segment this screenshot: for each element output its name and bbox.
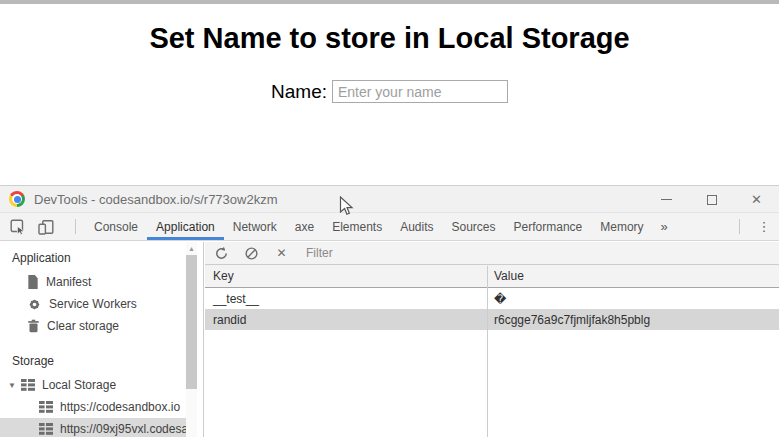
column-divider[interactable] — [487, 266, 488, 437]
maximize-icon — [707, 195, 717, 205]
sidebar-item-label: Manifest — [46, 275, 91, 289]
devtools-window-title: DevTools - codesandbox.io/s/r773ow2kzm — [34, 192, 278, 207]
row-key: __test__ — [205, 288, 487, 309]
row-value: � — [487, 288, 779, 309]
storage-grid-icon — [39, 401, 53, 413]
local-storage-panel: ✕ Key Value __test__ � randid r6cgge76a9… — [205, 242, 779, 437]
sidebar-item-label: Service Workers — [49, 297, 137, 311]
filter-input[interactable] — [306, 246, 526, 260]
mouse-cursor-icon — [339, 196, 354, 217]
close-button[interactable]: ✕ — [734, 186, 779, 213]
name-input[interactable] — [332, 80, 508, 103]
tab-sources[interactable]: Sources — [443, 213, 505, 240]
tab-elements[interactable]: Elements — [323, 213, 391, 240]
expand-triangle-icon[interactable]: ▼ — [8, 381, 18, 390]
minimize-icon — [661, 199, 672, 200]
clear-all-icon[interactable] — [244, 246, 259, 261]
sidebar-scrollbar[interactable]: ▲ — [186, 242, 197, 437]
minimize-button[interactable] — [644, 186, 689, 213]
document-icon — [27, 275, 39, 289]
sidebar-item-origin-codesandbox[interactable]: https://codesandbox.io — [0, 396, 187, 418]
tab-application[interactable]: Application — [147, 213, 224, 240]
page-top-strip — [0, 0, 779, 4]
sidebar-section-application: Application — [12, 251, 187, 265]
gear-icon — [27, 297, 42, 312]
devtools-tabbar: Console Application Network axe Elements… — [0, 213, 779, 241]
table-row[interactable]: __test__ � — [205, 288, 779, 309]
toolbar-separator — [75, 219, 76, 234]
sidebar-item-manifest[interactable]: Manifest — [0, 271, 187, 293]
row-value: r6cgge76a9c7fjmljfak8h5pblg — [487, 309, 779, 330]
sidebar-item-local-storage[interactable]: ▼ Local Storage — [0, 374, 187, 396]
sidebar-item-clear-storage[interactable]: Clear storage — [0, 315, 187, 337]
tab-network[interactable]: Network — [224, 213, 286, 240]
scrollbar-up-arrow-icon[interactable]: ▲ — [186, 242, 197, 254]
application-sidebar: Application Manifest Service Workers — [0, 242, 204, 437]
more-tabs-chevron-icon[interactable]: » — [653, 213, 676, 240]
sidebar-item-label: https://09xj95vxl.codesa — [60, 422, 187, 436]
scrollbar-thumb[interactable] — [186, 255, 197, 389]
tab-performance[interactable]: Performance — [505, 213, 592, 240]
devtools-window: DevTools - codesandbox.io/s/r773ow2kzm ✕… — [0, 185, 779, 437]
toolbar-separator — [739, 219, 740, 234]
storage-grid-icon — [21, 379, 35, 391]
refresh-icon[interactable] — [214, 246, 229, 261]
tab-axe[interactable]: axe — [286, 213, 323, 240]
maximize-button[interactable] — [689, 186, 734, 213]
sidebar-item-label: Clear storage — [47, 319, 119, 333]
tab-memory[interactable]: Memory — [591, 213, 652, 240]
sidebar-item-label: https://codesandbox.io — [60, 400, 180, 414]
devtools-menu-icon[interactable]: ⋮ — [749, 213, 779, 240]
chrome-logo-icon — [9, 191, 25, 207]
name-form-row: Name: — [0, 80, 779, 103]
page-title: Set Name to store in Local Storage — [0, 22, 779, 55]
close-icon: ✕ — [751, 192, 762, 207]
devtools-titlebar[interactable]: DevTools - codesandbox.io/s/r773ow2kzm ✕ — [0, 186, 779, 213]
name-label: Name: — [271, 81, 327, 103]
trash-icon — [27, 319, 40, 333]
sidebar-item-label: Local Storage — [42, 378, 116, 392]
application-panel: Application Manifest Service Workers — [0, 242, 779, 437]
tab-audits[interactable]: Audits — [391, 213, 442, 240]
sidebar-section-storage: Storage — [12, 354, 187, 368]
table-row-selected[interactable]: randid r6cgge76a9c7fjmljfak8h5pblg — [205, 309, 779, 330]
storage-toolbar: ✕ — [205, 242, 779, 265]
tab-console[interactable]: Console — [85, 213, 147, 240]
storage-grid-icon — [39, 423, 53, 435]
grid-header: Key Value — [205, 265, 779, 288]
column-header-key[interactable]: Key — [205, 265, 487, 287]
device-toolbar-icon[interactable] — [38, 219, 54, 235]
row-key: randid — [205, 309, 487, 330]
inspect-element-icon[interactable] — [10, 219, 26, 235]
window-controls: ✕ — [644, 186, 779, 213]
column-header-value[interactable]: Value — [487, 265, 779, 287]
sidebar-item-origin-sandbox-selected[interactable]: https://09xj95vxl.codesa — [0, 418, 187, 437]
delete-selected-icon[interactable]: ✕ — [274, 246, 289, 261]
sidebar-tree: Application Manifest Service Workers — [0, 242, 187, 437]
sidebar-item-service-workers[interactable]: Service Workers — [0, 293, 187, 315]
